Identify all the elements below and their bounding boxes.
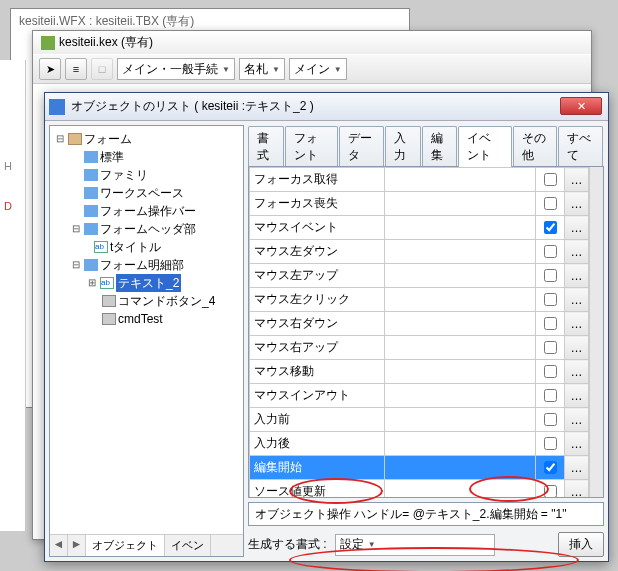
tab-フォント[interactable]: フォント	[285, 126, 338, 167]
tab-入力[interactable]: 入力	[385, 126, 421, 167]
tab-データ[interactable]: データ	[339, 126, 384, 167]
prop-row[interactable]: マウス左クリック…	[250, 288, 589, 312]
event-checkbox[interactable]	[544, 437, 557, 450]
name-dropdown-1[interactable]: 名札	[239, 58, 285, 80]
prop-detail-button[interactable]: …	[565, 240, 589, 264]
prop-row[interactable]: 編集開始…	[250, 456, 589, 480]
prop-detail-button[interactable]: …	[565, 456, 589, 480]
prop-detail-button[interactable]: …	[565, 312, 589, 336]
prop-row[interactable]: マウス左ダウン…	[250, 240, 589, 264]
grid-scrollbar[interactable]	[589, 167, 603, 497]
tab-イベント[interactable]: イベント	[458, 126, 511, 167]
tree-tabbar: ◄ ► オブジェクト イベン	[50, 534, 243, 556]
left-ruler: H D	[0, 60, 26, 531]
prop-row[interactable]: マウス左アップ…	[250, 264, 589, 288]
object-list-titlebar[interactable]: オブジェクトのリスト ( kesiteii :テキスト_2 ) ✕	[45, 93, 608, 121]
tree-selected: テキスト_2	[116, 274, 181, 292]
event-checkbox[interactable]	[544, 389, 557, 402]
tab-編集[interactable]: 編集	[422, 126, 458, 167]
event-checkbox[interactable]	[544, 317, 557, 330]
event-checkbox[interactable]	[544, 197, 557, 210]
event-checkbox[interactable]	[544, 341, 557, 354]
prop-detail-button[interactable]: …	[565, 384, 589, 408]
editor-titlebar[interactable]: kesiteii.kex (専有)	[33, 31, 591, 54]
status-line: オブジェクト操作 ハンドル= @テキスト_2.編集開始 = "1"	[248, 502, 604, 526]
prop-row[interactable]: 入力前…	[250, 408, 589, 432]
prop-row[interactable]: フォーカス喪失…	[250, 192, 589, 216]
prop-row[interactable]: マウス右アップ…	[250, 336, 589, 360]
toolbar-btn-3: □	[91, 58, 113, 80]
window-icon	[49, 99, 65, 115]
prop-detail-button[interactable]: …	[565, 192, 589, 216]
event-checkbox[interactable]	[544, 461, 557, 474]
property-tabs: 書式フォントデータ入力編集イベントその他すべて	[248, 125, 604, 166]
editor-title: kesiteii.kex (専有)	[59, 34, 153, 51]
prop-detail-button[interactable]: …	[565, 480, 589, 499]
window-title: オブジェクトのリスト ( kesiteii :テキスト_2 )	[71, 98, 314, 115]
tab-すべて[interactable]: すべて	[558, 126, 603, 167]
event-checkbox[interactable]	[544, 413, 557, 426]
object-list-window: オブジェクトのリスト ( kesiteii :テキスト_2 ) ✕ ⊟フォーム …	[44, 92, 609, 562]
generate-dropdown[interactable]: 設定	[335, 534, 495, 556]
tab-その他[interactable]: その他	[513, 126, 558, 167]
event-checkbox[interactable]	[544, 485, 557, 498]
tree-pane: ⊟フォーム 標準 ファミリ ワークスペース フォーム操作バー ⊟フォームヘッダ部…	[49, 125, 244, 557]
property-grid[interactable]: フォーカス取得…フォーカス喪失…マウスイベント…マウス左ダウン…マウス左アップ……	[249, 167, 589, 498]
prop-row[interactable]: 入力後…	[250, 432, 589, 456]
ab-icon: ab	[100, 277, 114, 289]
prop-detail-button[interactable]: …	[565, 432, 589, 456]
tab-書式[interactable]: 書式	[248, 126, 284, 167]
event-checkbox[interactable]	[544, 245, 557, 258]
event-checkbox[interactable]	[544, 293, 557, 306]
tree-tab-objects[interactable]: オブジェクト	[86, 535, 165, 556]
editor-toolbar: ➤ ≡ □ メイン・一般手続 名札 メイン	[33, 54, 591, 84]
property-grid-wrap: フォーカス取得…フォーカス喪失…マウスイベント…マウス左ダウン…マウス左アップ……	[248, 166, 604, 498]
prop-detail-button[interactable]: …	[565, 336, 589, 360]
proc-dropdown[interactable]: メイン・一般手続	[117, 58, 235, 80]
generate-label: 生成する書式 :	[248, 536, 327, 553]
prop-detail-button[interactable]: …	[565, 360, 589, 384]
tree-tab-prev[interactable]: ◄	[50, 535, 68, 556]
name-dropdown-2[interactable]: メイン	[289, 58, 347, 80]
tree-tab-events[interactable]: イベン	[165, 535, 211, 556]
tree-tab-next[interactable]: ►	[68, 535, 86, 556]
prop-detail-button[interactable]: …	[565, 168, 589, 192]
prop-detail-button[interactable]: …	[565, 288, 589, 312]
close-button[interactable]: ✕	[560, 97, 602, 115]
bottom-bar: 生成する書式 : 設定 挿入	[248, 532, 604, 557]
event-checkbox[interactable]	[544, 365, 557, 378]
prop-row[interactable]: ソース値更新…	[250, 480, 589, 499]
event-checkbox[interactable]	[544, 269, 557, 282]
toolbar-btn-2[interactable]: ≡	[65, 58, 87, 80]
prop-row[interactable]: マウスインアウト…	[250, 384, 589, 408]
event-checkbox[interactable]	[544, 221, 557, 234]
prop-row[interactable]: マウス右ダウン…	[250, 312, 589, 336]
prop-row[interactable]: フォーカス取得…	[250, 168, 589, 192]
prop-detail-button[interactable]: …	[565, 408, 589, 432]
prop-row[interactable]: マウス移動…	[250, 360, 589, 384]
toolbar-btn-1[interactable]: ➤	[39, 58, 61, 80]
object-tree[interactable]: ⊟フォーム 標準 ファミリ ワークスペース フォーム操作バー ⊟フォームヘッダ部…	[50, 126, 243, 534]
insert-button[interactable]: 挿入	[558, 532, 604, 557]
prop-detail-button[interactable]: …	[565, 264, 589, 288]
event-checkbox[interactable]	[544, 173, 557, 186]
editor-icon	[41, 36, 55, 50]
prop-row[interactable]: マウスイベント…	[250, 216, 589, 240]
prop-detail-button[interactable]: …	[565, 216, 589, 240]
property-pane: 書式フォントデータ入力編集イベントその他すべて フォーカス取得…フォーカス喪失……	[248, 125, 604, 557]
